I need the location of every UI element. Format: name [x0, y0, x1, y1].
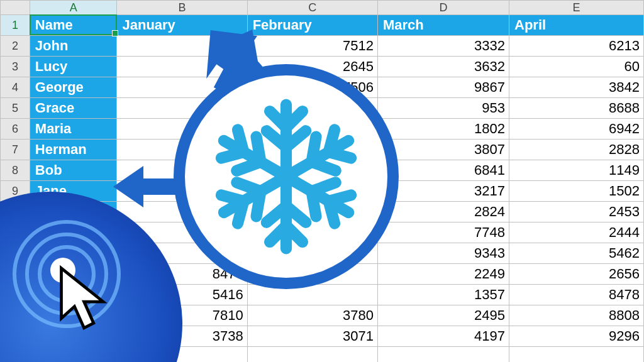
- data-cell[interactable]: 3632: [377, 57, 509, 77]
- name-cell[interactable]: [30, 305, 117, 326]
- column-header-B[interactable]: B: [117, 1, 247, 15]
- row-header-12[interactable]: 12: [1, 243, 30, 264]
- name-cell[interactable]: Herman: [30, 140, 117, 160]
- data-cell[interactable]: 2656: [509, 264, 644, 285]
- data-cell[interactable]: [117, 160, 247, 181]
- data-cell[interactable]: 3780: [247, 305, 377, 326]
- row-header-4[interactable]: 4: [1, 77, 30, 98]
- data-cell[interactable]: 4: [117, 140, 247, 160]
- data-cell[interactable]: [247, 202, 377, 222]
- data-cell[interactable]: 520: [117, 119, 247, 140]
- table-header-cell[interactable]: March: [377, 15, 509, 36]
- name-cell[interactable]: [30, 285, 117, 305]
- data-cell[interactable]: 7810: [117, 305, 247, 326]
- data-cell[interactable]: 2680: [117, 36, 247, 57]
- name-cell[interactable]: [30, 243, 117, 264]
- data-cell[interactable]: 3842: [509, 77, 644, 98]
- data-cell[interactable]: 3217: [377, 181, 509, 202]
- row-header-9[interactable]: 9: [1, 181, 30, 202]
- spreadsheet-grid[interactable]: ABCDE1NameJanuaryFebruaryMarchApril2John…: [0, 0, 644, 362]
- name-cell[interactable]: George: [30, 77, 117, 98]
- data-cell[interactable]: 4197: [377, 326, 509, 347]
- column-header-C[interactable]: C: [247, 1, 377, 15]
- data-cell[interactable]: 2824: [377, 202, 509, 222]
- data-cell[interactable]: 3738: [117, 326, 247, 347]
- row-header-10[interactable]: 10: [1, 202, 30, 222]
- data-cell[interactable]: 60: [509, 57, 644, 77]
- data-cell[interactable]: [247, 119, 377, 140]
- table-header-cell[interactable]: April: [509, 15, 644, 36]
- data-cell[interactable]: 9343: [377, 243, 509, 264]
- data-cell[interactable]: 3071: [247, 326, 377, 347]
- table-header-cell[interactable]: February: [247, 15, 377, 36]
- data-cell[interactable]: 5462: [509, 243, 644, 264]
- row-header-6[interactable]: 6: [1, 119, 30, 140]
- data-cell[interactable]: [117, 57, 247, 77]
- row-header-13[interactable]: 13: [1, 264, 30, 285]
- data-cell[interactable]: 3807: [377, 140, 509, 160]
- row-header-14[interactable]: 14: [1, 285, 30, 305]
- data-cell[interactable]: 7: [117, 243, 247, 264]
- data-cell[interactable]: 7506: [247, 77, 377, 98]
- name-cell[interactable]: [30, 347, 117, 363]
- data-cell[interactable]: [247, 98, 377, 119]
- name-cell[interactable]: John: [30, 36, 117, 57]
- name-cell[interactable]: Bob: [30, 160, 117, 181]
- row-header-3[interactable]: 3: [1, 57, 30, 77]
- data-cell[interactable]: 6213: [509, 36, 644, 57]
- table-header-cell[interactable]: Name: [30, 15, 117, 36]
- name-cell[interactable]: [30, 222, 117, 243]
- name-cell[interactable]: Maria: [30, 119, 117, 140]
- data-cell[interactable]: [247, 243, 377, 264]
- data-cell[interactable]: 2444: [509, 222, 644, 243]
- data-cell[interactable]: 6841: [377, 160, 509, 181]
- name-cell[interactable]: Jane: [30, 181, 117, 202]
- data-cell[interactable]: 8688: [509, 98, 644, 119]
- row-header-7[interactable]: 7: [1, 140, 30, 160]
- data-cell[interactable]: 8710: [117, 98, 247, 119]
- name-cell[interactable]: [30, 326, 117, 347]
- data-cell[interactable]: 8476: [117, 264, 247, 285]
- data-cell[interactable]: [247, 181, 377, 202]
- data-cell[interactable]: 2249: [377, 264, 509, 285]
- row-header-16[interactable]: 16: [1, 326, 30, 347]
- data-cell[interactable]: [247, 140, 377, 160]
- row-header-15[interactable]: 15: [1, 305, 30, 326]
- data-cell[interactable]: 1502: [509, 181, 644, 202]
- row-header-17[interactable]: 17: [1, 347, 30, 363]
- row-header-8[interactable]: 8: [1, 160, 30, 181]
- name-cell[interactable]: Lucy: [30, 57, 117, 77]
- row-header-2[interactable]: 2: [1, 36, 30, 57]
- data-cell[interactable]: 5416: [117, 285, 247, 305]
- data-cell[interactable]: 8808: [509, 305, 644, 326]
- data-cell[interactable]: 7748: [377, 222, 509, 243]
- data-cell[interactable]: 2828: [509, 140, 644, 160]
- column-header-D[interactable]: D: [377, 1, 509, 15]
- select-all-corner[interactable]: [1, 1, 30, 15]
- data-cell[interactable]: 1802: [377, 119, 509, 140]
- name-cell[interactable]: [30, 264, 117, 285]
- data-cell[interactable]: 9296: [509, 326, 644, 347]
- row-header-11[interactable]: 11: [1, 222, 30, 243]
- data-cell[interactable]: 1357: [377, 285, 509, 305]
- row-header-1[interactable]: 1: [1, 15, 30, 36]
- data-cell[interactable]: 8478: [509, 285, 644, 305]
- data-cell[interactable]: 6: [117, 222, 247, 243]
- data-cell[interactable]: [377, 347, 509, 363]
- data-cell[interactable]: 1149: [509, 160, 644, 181]
- column-header-A[interactable]: A: [30, 1, 117, 15]
- data-cell[interactable]: 6942: [509, 119, 644, 140]
- data-cell[interactable]: 953: [377, 98, 509, 119]
- data-cell[interactable]: [509, 347, 644, 363]
- name-cell[interactable]: Grace: [30, 98, 117, 119]
- data-cell[interactable]: [117, 77, 247, 98]
- data-cell[interactable]: [117, 181, 247, 202]
- data-cell[interactable]: 2495: [377, 305, 509, 326]
- data-cell[interactable]: 2453: [509, 202, 644, 222]
- table-header-cell[interactable]: January: [117, 15, 247, 36]
- data-cell[interactable]: 7512: [247, 36, 377, 57]
- name-cell[interactable]: [30, 202, 117, 222]
- data-cell[interactable]: [247, 222, 377, 243]
- data-cell[interactable]: [247, 347, 377, 363]
- data-cell[interactable]: 2645: [247, 57, 377, 77]
